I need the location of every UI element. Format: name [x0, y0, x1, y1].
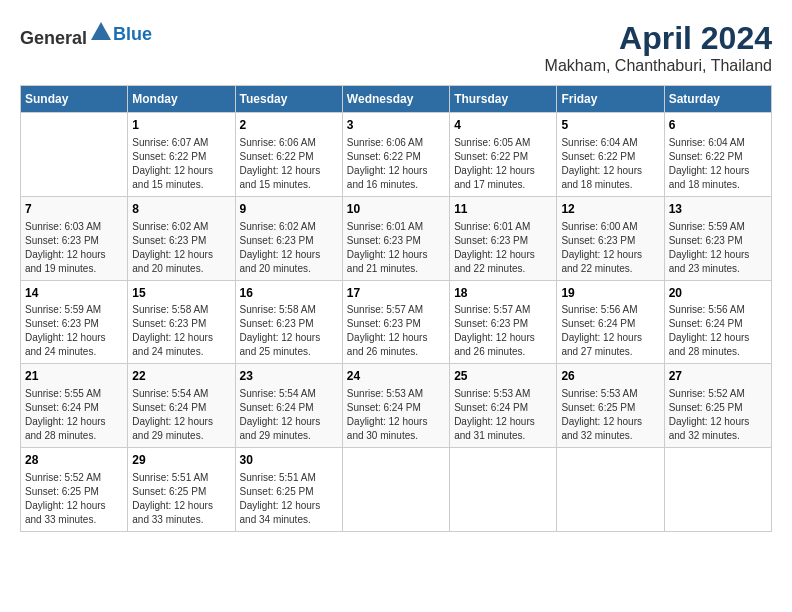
day-info: and 33 minutes. — [132, 513, 230, 527]
logo-general: General — [20, 28, 87, 48]
day-info: Sunrise: 5:58 AM — [240, 303, 338, 317]
day-info: Sunset: 6:23 PM — [454, 317, 552, 331]
day-info: Sunrise: 6:05 AM — [454, 136, 552, 150]
day-info: Daylight: 12 hours — [454, 331, 552, 345]
day-info: Sunrise: 6:03 AM — [25, 220, 123, 234]
day-number: 26 — [561, 368, 659, 385]
day-info: Daylight: 12 hours — [132, 415, 230, 429]
day-info: Sunset: 6:25 PM — [561, 401, 659, 415]
day-number: 27 — [669, 368, 767, 385]
day-info: Sunrise: 5:57 AM — [454, 303, 552, 317]
day-info: Sunrise: 5:59 AM — [669, 220, 767, 234]
day-info: Sunset: 6:24 PM — [561, 317, 659, 331]
day-info: Sunset: 6:23 PM — [561, 234, 659, 248]
day-info: Daylight: 12 hours — [240, 331, 338, 345]
day-info: Sunrise: 5:51 AM — [132, 471, 230, 485]
day-info: Sunrise: 6:04 AM — [561, 136, 659, 150]
day-info: Sunrise: 5:56 AM — [561, 303, 659, 317]
day-info: Sunset: 6:23 PM — [240, 317, 338, 331]
day-info: Daylight: 12 hours — [347, 331, 445, 345]
day-info: Daylight: 12 hours — [132, 331, 230, 345]
day-number: 20 — [669, 285, 767, 302]
day-number: 8 — [132, 201, 230, 218]
day-info: Daylight: 12 hours — [347, 248, 445, 262]
title-area: April 2024 Makham, Chanthaburi, Thailand — [545, 20, 772, 75]
week-row-1: 1Sunrise: 6:07 AMSunset: 6:22 PMDaylight… — [21, 113, 772, 197]
day-info: Sunset: 6:22 PM — [669, 150, 767, 164]
day-info: Daylight: 12 hours — [454, 164, 552, 178]
day-info: Daylight: 12 hours — [240, 499, 338, 513]
day-info: and 24 minutes. — [132, 345, 230, 359]
day-info: Daylight: 12 hours — [132, 164, 230, 178]
calendar-cell: 15Sunrise: 5:58 AMSunset: 6:23 PMDayligh… — [128, 280, 235, 364]
day-info: and 28 minutes. — [25, 429, 123, 443]
day-info: Sunrise: 5:58 AM — [132, 303, 230, 317]
day-info: Sunrise: 5:54 AM — [240, 387, 338, 401]
day-info: Sunrise: 5:55 AM — [25, 387, 123, 401]
calendar-cell: 1Sunrise: 6:07 AMSunset: 6:22 PMDaylight… — [128, 113, 235, 197]
day-info: Daylight: 12 hours — [454, 415, 552, 429]
calendar-cell: 29Sunrise: 5:51 AMSunset: 6:25 PMDayligh… — [128, 448, 235, 532]
day-info: and 29 minutes. — [240, 429, 338, 443]
calendar-cell: 22Sunrise: 5:54 AMSunset: 6:24 PMDayligh… — [128, 364, 235, 448]
day-info: Sunset: 6:24 PM — [347, 401, 445, 415]
day-info: and 34 minutes. — [240, 513, 338, 527]
logo-icon — [89, 20, 113, 44]
weekday-tuesday: Tuesday — [235, 86, 342, 113]
day-info: Sunset: 6:23 PM — [25, 234, 123, 248]
week-row-3: 14Sunrise: 5:59 AMSunset: 6:23 PMDayligh… — [21, 280, 772, 364]
week-row-5: 28Sunrise: 5:52 AMSunset: 6:25 PMDayligh… — [21, 448, 772, 532]
weekday-saturday: Saturday — [664, 86, 771, 113]
weekday-header-row: SundayMondayTuesdayWednesdayThursdayFrid… — [21, 86, 772, 113]
day-info: Daylight: 12 hours — [669, 164, 767, 178]
day-info: Daylight: 12 hours — [240, 415, 338, 429]
day-info: Sunrise: 6:06 AM — [240, 136, 338, 150]
day-info: and 23 minutes. — [669, 262, 767, 276]
day-info: and 28 minutes. — [669, 345, 767, 359]
day-info: and 15 minutes. — [132, 178, 230, 192]
day-number: 21 — [25, 368, 123, 385]
day-number: 11 — [454, 201, 552, 218]
calendar-cell: 2Sunrise: 6:06 AMSunset: 6:22 PMDaylight… — [235, 113, 342, 197]
day-info: and 16 minutes. — [347, 178, 445, 192]
calendar-cell: 21Sunrise: 5:55 AMSunset: 6:24 PMDayligh… — [21, 364, 128, 448]
day-info: Daylight: 12 hours — [454, 248, 552, 262]
day-info: Sunset: 6:23 PM — [240, 234, 338, 248]
calendar-cell: 3Sunrise: 6:06 AMSunset: 6:22 PMDaylight… — [342, 113, 449, 197]
day-info: and 25 minutes. — [240, 345, 338, 359]
day-info: Daylight: 12 hours — [240, 248, 338, 262]
day-number: 4 — [454, 117, 552, 134]
day-info: and 31 minutes. — [454, 429, 552, 443]
calendar-cell: 13Sunrise: 5:59 AMSunset: 6:23 PMDayligh… — [664, 196, 771, 280]
calendar-body: 1Sunrise: 6:07 AMSunset: 6:22 PMDaylight… — [21, 113, 772, 532]
calendar-cell: 27Sunrise: 5:52 AMSunset: 6:25 PMDayligh… — [664, 364, 771, 448]
day-info: Sunset: 6:24 PM — [454, 401, 552, 415]
day-info: Sunset: 6:23 PM — [132, 234, 230, 248]
day-info: Sunrise: 6:07 AM — [132, 136, 230, 150]
day-number: 3 — [347, 117, 445, 134]
day-info: Daylight: 12 hours — [240, 164, 338, 178]
day-info: and 26 minutes. — [454, 345, 552, 359]
day-info: Sunset: 6:25 PM — [132, 485, 230, 499]
day-info: and 19 minutes. — [25, 262, 123, 276]
day-info: Sunset: 6:25 PM — [669, 401, 767, 415]
day-info: Sunset: 6:22 PM — [240, 150, 338, 164]
day-info: Sunset: 6:23 PM — [132, 317, 230, 331]
day-number: 1 — [132, 117, 230, 134]
calendar-cell: 25Sunrise: 5:53 AMSunset: 6:24 PMDayligh… — [450, 364, 557, 448]
day-info: Sunset: 6:23 PM — [347, 317, 445, 331]
day-info: Sunrise: 5:53 AM — [561, 387, 659, 401]
calendar-cell: 8Sunrise: 6:02 AMSunset: 6:23 PMDaylight… — [128, 196, 235, 280]
calendar-cell: 28Sunrise: 5:52 AMSunset: 6:25 PMDayligh… — [21, 448, 128, 532]
calendar-cell: 17Sunrise: 5:57 AMSunset: 6:23 PMDayligh… — [342, 280, 449, 364]
calendar-cell — [664, 448, 771, 532]
day-info: Daylight: 12 hours — [561, 164, 659, 178]
day-info: Daylight: 12 hours — [25, 248, 123, 262]
day-number: 30 — [240, 452, 338, 469]
main-title: April 2024 — [545, 20, 772, 57]
day-number: 25 — [454, 368, 552, 385]
day-info: Sunrise: 6:02 AM — [240, 220, 338, 234]
logo: General Blue — [20, 20, 152, 49]
day-number: 5 — [561, 117, 659, 134]
day-info: Daylight: 12 hours — [669, 331, 767, 345]
